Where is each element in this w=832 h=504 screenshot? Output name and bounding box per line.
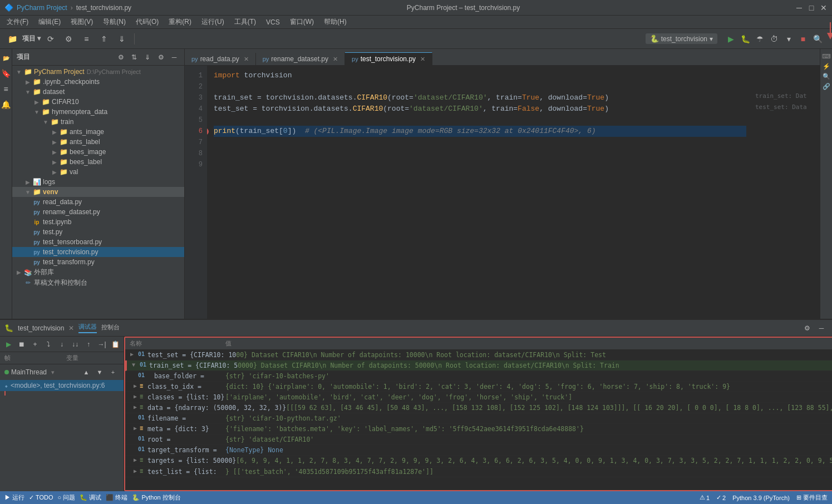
menu-file[interactable]: 文件(F) bbox=[2, 16, 33, 28]
var-row-class-to-idx[interactable]: ▶ ≡ class_to_idx = {dict: 10} {'airplane… bbox=[125, 382, 832, 392]
tree-item-bees-label[interactable]: ▶ 📁 bees_label bbox=[12, 157, 184, 167]
var-row-base-folder[interactable]: 01 base_folder = {str} 'cifar-10-batches… bbox=[125, 371, 832, 382]
toolbar-sync-icon[interactable]: ⟳ bbox=[43, 31, 58, 47]
var-expand-data[interactable]: ▶ bbox=[127, 404, 136, 410]
tree-item-train[interactable]: ▼ 📁 train bbox=[12, 117, 184, 127]
tab-read-data-close[interactable]: ✕ bbox=[244, 56, 249, 63]
var-row-filename[interactable]: 01 filename = {str} 'cifar-10-python.tar… bbox=[125, 413, 832, 424]
debug-step-into-icon[interactable]: ↓ bbox=[56, 338, 68, 350]
maximize-button[interactable]: □ bbox=[808, 4, 815, 12]
tree-item-ants-label[interactable]: ▶ 📁 ants_label bbox=[12, 137, 184, 147]
sidebar-minimize-icon[interactable]: ─ bbox=[169, 52, 180, 63]
tree-item-dataset[interactable]: ▼ 📁 dataset bbox=[12, 87, 184, 97]
status-problems-btn[interactable]: ○ 问题 bbox=[58, 493, 76, 502]
menu-code[interactable]: 代码(O) bbox=[131, 16, 163, 28]
right-icon-2[interactable]: ⚡ bbox=[821, 61, 831, 71]
thread-down-icon[interactable]: ▼ bbox=[93, 366, 106, 378]
status-python-console-btn[interactable]: 🐍 Python 控制台 bbox=[132, 493, 180, 502]
thread-main[interactable]: MainThread ▾ ▲ ▼ + bbox=[0, 364, 124, 380]
project-view-icon[interactable]: 📂 bbox=[0, 51, 13, 65]
tree-item-test-py[interactable]: py test.py bbox=[12, 227, 184, 237]
status-debug-btn[interactable]: 🐛 调试 bbox=[80, 493, 101, 502]
tree-item-scratch[interactable]: ✏ 草稿文件和控制台 bbox=[12, 278, 184, 288]
tab-read-data[interactable]: py read_data.py ✕ bbox=[185, 53, 256, 65]
var-row-targets[interactable]: ▶ ≡ targets = {list: 50000} [6, 9, 9, 4,… bbox=[125, 456, 832, 467]
var-expand-targets[interactable]: ▶ bbox=[127, 457, 136, 463]
menu-run[interactable]: 运行(U) bbox=[197, 16, 229, 28]
tree-item-bees-image[interactable]: ▶ 📁 bees_image bbox=[12, 147, 184, 157]
tab-test-torchvision[interactable]: py test_torchvision.py ✕ bbox=[345, 52, 432, 65]
tree-item-hymenoptera[interactable]: ▼ 📁 hymenoptera_data bbox=[12, 107, 184, 117]
debug-tab-console[interactable]: 控制台 bbox=[101, 323, 120, 333]
toolbar-sort-icon[interactable]: ≡ bbox=[78, 31, 94, 47]
menu-tools[interactable]: 工具(T) bbox=[230, 16, 260, 28]
var-row-test-set[interactable]: ▶ 01 test_set = {CIFAR10: 10 00} Dataset… bbox=[125, 350, 832, 360]
toolbar-collapse-icon[interactable]: ⇑ bbox=[96, 31, 112, 47]
stop-button[interactable]: ■ bbox=[796, 32, 810, 46]
close-button[interactable]: ✕ bbox=[820, 4, 828, 12]
notification-icon[interactable]: 🔔 bbox=[0, 98, 13, 111]
menu-vcs[interactable]: VCS bbox=[262, 17, 284, 27]
tab-torchvision-close[interactable]: ✕ bbox=[420, 56, 425, 63]
sidebar-gear-icon[interactable]: ⚙ bbox=[115, 52, 126, 63]
var-row-target-transform[interactable]: 01 target_transform = {NoneType} None bbox=[125, 445, 832, 456]
tree-item-val[interactable]: ▶ 📁 val bbox=[12, 167, 184, 177]
profile-button[interactable]: ⏱ bbox=[767, 32, 781, 46]
sidebar-settings-icon[interactable]: ⚙ bbox=[155, 52, 166, 63]
thread-dropdown[interactable]: ▾ bbox=[51, 369, 55, 376]
menu-help[interactable]: 帮助(H) bbox=[319, 16, 351, 28]
menu-refactor[interactable]: 重构(R) bbox=[164, 16, 196, 28]
menu-window[interactable]: 窗口(W) bbox=[285, 16, 318, 28]
tree-item-test-torchvision[interactable]: py test_torchvision.py bbox=[12, 247, 184, 257]
thread-up-icon[interactable]: ▲ bbox=[80, 366, 92, 378]
debug-minimize-icon[interactable]: ─ bbox=[815, 322, 828, 334]
tree-item-test-tensorboard[interactable]: py test_tensorboard.py bbox=[12, 237, 184, 247]
run-button[interactable]: ▶ bbox=[724, 32, 737, 46]
tree-item-project[interactable]: ▼ 📁 PyCharm Project D:\PyCharm Project bbox=[12, 67, 184, 77]
tree-item-ipynb[interactable]: ▶ 📁 .ipynb_checkpoints bbox=[12, 77, 184, 87]
var-expand-class-to-idx[interactable]: ▶ bbox=[127, 383, 136, 389]
var-expand-test-list[interactable]: ▶ bbox=[127, 468, 136, 474]
tree-item-logs[interactable]: ▶ 📊 logs bbox=[12, 177, 184, 187]
tree-item-test-transform[interactable]: py test_transform.py bbox=[12, 257, 184, 267]
tree-item-read-data[interactable]: py read_data.py bbox=[12, 197, 184, 207]
right-icon-3[interactable]: 🔍 bbox=[821, 71, 831, 81]
tree-item-cifar10[interactable]: ▶ 📁 CIFAR10 bbox=[12, 97, 184, 107]
status-run-btn[interactable]: ▶ 运行 bbox=[4, 493, 24, 502]
var-row-root[interactable]: 01 root = {str} 'dataset/CIFAR10' bbox=[125, 434, 832, 445]
var-row-test-list[interactable]: ▶ ≡ test_list = {list: } [['test_batch',… bbox=[125, 467, 832, 477]
thread-add-icon[interactable]: + bbox=[107, 366, 119, 378]
sidebar-collapse-icon[interactable]: ⇓ bbox=[142, 52, 153, 63]
tree-item-venv[interactable]: ▼ 📁 venv bbox=[12, 187, 184, 197]
var-row-train-set[interactable]: ▼ 01 train_set = {CIFAR10: 5 0000} Datas… bbox=[125, 360, 832, 371]
toolbar-expand-icon[interactable]: ⇓ bbox=[114, 31, 130, 47]
menu-navigate[interactable]: 导航(N) bbox=[99, 16, 130, 28]
menu-view[interactable]: 视图(V) bbox=[66, 16, 97, 28]
status-terminal-btn[interactable]: ⬛ 终端 bbox=[106, 493, 127, 502]
tab-rename-close[interactable]: ✕ bbox=[333, 56, 338, 63]
tree-item-rename-dataset[interactable]: py rename_dataset.py bbox=[12, 207, 184, 217]
debug-tab-debugger[interactable]: 调试器 bbox=[78, 323, 97, 333]
sidebar-expand-icon[interactable]: ⇅ bbox=[129, 52, 140, 63]
debug-step-out-icon[interactable]: ↑ bbox=[82, 338, 95, 350]
tree-item-ants-image[interactable]: ▶ 📁 ants_image bbox=[12, 127, 184, 137]
debug-settings-icon[interactable]: ⚙ bbox=[801, 322, 813, 334]
code-area[interactable]: import torchvision train_set = torchvisi… bbox=[207, 66, 753, 319]
debug-evaluate-icon[interactable]: 📋 bbox=[109, 338, 121, 350]
bookmark-icon[interactable]: 🔖 bbox=[0, 67, 13, 80]
var-expand-train-set[interactable]: ▼ bbox=[129, 362, 138, 368]
run-config-dropdown[interactable]: 🐍 test_torchvision ▾ bbox=[646, 33, 717, 44]
var-expand-classes[interactable]: ▶ bbox=[127, 393, 136, 399]
structure-icon[interactable]: ≡ bbox=[0, 82, 13, 96]
var-expand-test-set[interactable]: ▶ bbox=[127, 351, 136, 357]
debug-run-to-cursor-icon[interactable]: →| bbox=[96, 338, 108, 350]
var-row-meta[interactable]: ▶ ≡ meta = {dict: 3} {'filename': 'batch… bbox=[125, 424, 832, 434]
minimize-button[interactable]: ─ bbox=[795, 4, 803, 12]
right-icon-4[interactable]: 🔗 bbox=[821, 81, 831, 91]
debug-step-into-my-code-icon[interactable]: ↓↓ bbox=[69, 338, 81, 350]
var-expand-meta[interactable]: ▶ bbox=[127, 425, 136, 431]
toolbar-settings-icon[interactable]: ⚙ bbox=[61, 31, 76, 47]
debug-run-button[interactable]: 🐛 bbox=[739, 32, 752, 46]
tree-item-external[interactable]: ▶ 📚 外部库 bbox=[12, 267, 184, 278]
code-editor[interactable]: 1 2 3 4 5 6 7 8 9 import torchvision t bbox=[185, 66, 820, 319]
